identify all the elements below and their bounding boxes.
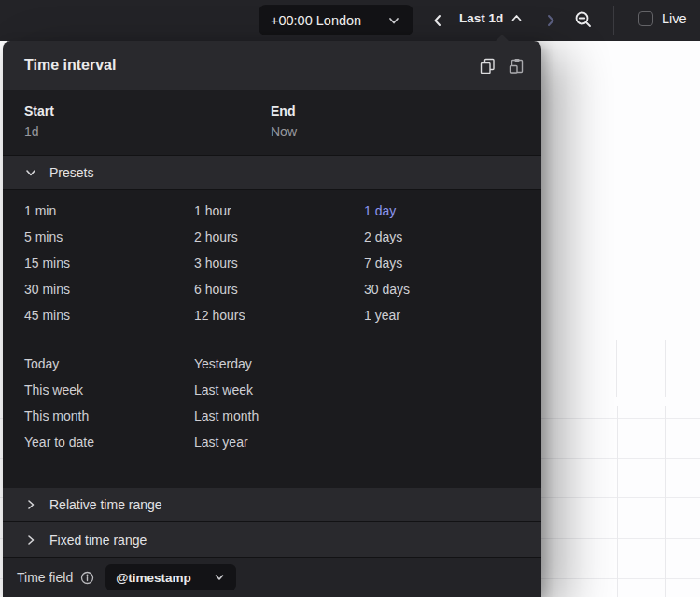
end-value[interactable]: Now (271, 124, 517, 139)
fixed-time-range-accordion[interactable]: Fixed time range (3, 522, 541, 557)
end-label: End (271, 104, 517, 118)
relative-time-range-accordion[interactable]: Relative time range (3, 488, 541, 522)
table-gridline (665, 406, 666, 597)
preset-item[interactable]: 5 mins (24, 224, 194, 250)
live-checkbox[interactable] (638, 11, 653, 26)
live-label: Live (662, 11, 687, 26)
relative-time-range-label: Relative time range (49, 497, 162, 512)
toolbar-divider (613, 6, 614, 35)
preset-item[interactable]: 1 min (24, 198, 194, 224)
panel-pointer-notch (496, 35, 509, 41)
chevron-left-icon (430, 13, 445, 28)
chevron-right-icon (543, 13, 558, 28)
timezone-label: +00:00 London (271, 13, 361, 28)
chevron-up-icon (510, 11, 524, 25)
info-icon[interactable] (80, 571, 94, 585)
preset-item[interactable]: 30 mins (24, 276, 194, 302)
screen: Language syntax 12:00 13:00 14:00 + (0, 0, 700, 597)
preset-item-selected[interactable]: 1 day (364, 198, 513, 224)
table-gridline (567, 406, 567, 597)
preset-item[interactable]: 30 days (364, 276, 513, 302)
time-field-value: @timestamp (116, 571, 191, 585)
preset-item[interactable]: 15 mins (24, 250, 194, 276)
preset-item[interactable]: 1 hour (194, 198, 364, 224)
preset-item[interactable]: 3 hours (194, 250, 364, 276)
fixed-time-range-label: Fixed time range (49, 533, 147, 548)
chart-gridline (616, 340, 617, 397)
zoom-out-icon[interactable] (574, 10, 593, 29)
preset-grid-calendar: Today Yesterday This week Last week This… (24, 351, 364, 455)
start-end-section: Start 1d End Now (3, 90, 541, 155)
preset-item[interactable]: 7 days (364, 250, 513, 276)
time-field-row: Time field @timestamp (3, 557, 541, 597)
paste-icon[interactable] (508, 57, 525, 74)
preset-item[interactable]: 1 year (364, 302, 513, 328)
chart-gridline (567, 340, 567, 397)
chevron-down-icon (213, 571, 226, 584)
panel-title: Time interval (24, 57, 116, 74)
preset-grid-durations: 1 min 1 hour 1 day 5 mins 2 hours 2 days… (24, 198, 513, 328)
table-gridline (617, 406, 618, 597)
preset-item[interactable]: This month (24, 403, 194, 429)
preset-item[interactable]: This week (24, 377, 194, 403)
time-range-button[interactable]: Last 1d (459, 11, 524, 25)
live-toggle[interactable]: Live (638, 11, 687, 26)
preset-item[interactable]: 2 days (364, 224, 513, 250)
preset-item[interactable]: 45 mins (24, 302, 194, 328)
preset-item[interactable]: 12 hours (194, 302, 364, 328)
next-range-button[interactable] (543, 13, 558, 28)
preset-item[interactable]: Last week (194, 377, 364, 403)
time-field-label: Time field (17, 570, 73, 585)
chart-gridline (665, 340, 666, 397)
preset-item[interactable]: Today (24, 351, 194, 377)
time-field-dropdown[interactable]: @timestamp (105, 564, 236, 590)
presets-label: Presets (49, 165, 93, 180)
time-range-label: Last 1d (459, 11, 503, 25)
panel-header: Time interval (3, 41, 541, 90)
chevron-down-icon (386, 13, 401, 28)
time-interval-panel: Time interval S (3, 41, 541, 597)
preset-item[interactable]: Year to date (24, 429, 194, 455)
start-value[interactable]: 1d (24, 124, 271, 139)
copy-icon[interactable] (479, 57, 496, 74)
chevron-down-icon (24, 166, 37, 179)
presets-accordion-header[interactable]: Presets (3, 155, 541, 190)
top-bar: +00:00 London Last 1d (0, 0, 700, 41)
preset-item[interactable]: Last month (194, 403, 364, 429)
start-label: Start (24, 104, 271, 118)
previous-range-button[interactable] (430, 13, 445, 28)
timezone-dropdown[interactable]: +00:00 London (259, 5, 413, 35)
preset-item[interactable]: Last year (194, 429, 364, 455)
presets-body: 1 min 1 hour 1 day 5 mins 2 hours 2 days… (3, 190, 541, 488)
preset-item[interactable]: 2 hours (194, 224, 364, 250)
chevron-right-icon (24, 534, 37, 547)
chevron-right-icon (24, 498, 37, 511)
preset-item[interactable]: Yesterday (194, 351, 364, 377)
preset-item[interactable]: 6 hours (194, 276, 364, 302)
